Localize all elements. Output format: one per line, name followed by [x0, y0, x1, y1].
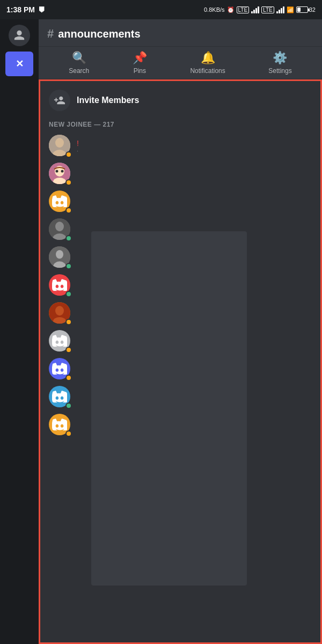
status-bar-left: 1:38 PM ⛊ — [6, 5, 45, 14]
sidebar: ✕ — [0, 19, 39, 644]
alarm-icon: ⏰ — [227, 6, 235, 13]
member-name: ! — [77, 139, 79, 148]
drive-icon: ⛊ — [38, 6, 45, 14]
search-toolbar-item[interactable]: 🔍 Search — [69, 51, 89, 75]
list-item[interactable] — [45, 160, 316, 188]
member-avatar-wrap — [49, 135, 72, 158]
member-info: ! · — [77, 139, 79, 154]
discord-logo-9 — [52, 363, 67, 375]
lte-icon-2: LTE — [261, 6, 274, 13]
wifi-icon: 📶 — [287, 6, 294, 13]
status-dot — [65, 319, 72, 325]
settings-icon: ⚙️ — [273, 51, 287, 65]
svg-point-1 — [55, 138, 64, 148]
member-status: · — [77, 148, 79, 154]
svg-point-7 — [61, 170, 64, 173]
member-avatar-wrap — [49, 218, 72, 242]
battery-display: 32 — [296, 6, 316, 13]
pins-label: Pins — [134, 67, 146, 75]
invite-icon — [49, 90, 70, 111]
app-layout: ✕ # announcements 🔍 Search 📌 Pins 🔔 Noti… — [0, 19, 322, 644]
discord-logo-8 — [52, 335, 67, 347]
status-bar-right: 0.8KB/s ⏰ LTE LTE 📶 32 — [204, 6, 316, 13]
battery-icon — [296, 6, 308, 13]
member-avatar-wrap — [49, 358, 72, 382]
member-avatar-wrap — [49, 414, 72, 437]
notifications-toolbar-item[interactable]: 🔔 Notifications — [190, 51, 225, 75]
status-dot — [65, 151, 72, 158]
search-label: Search — [69, 67, 89, 75]
member-avatar-wrap — [49, 330, 72, 354]
lte-icon: LTE — [237, 6, 250, 13]
member-avatar-wrap — [49, 191, 72, 214]
status-dot — [65, 263, 72, 269]
section-heading: NEW JOINEE — 217 — [40, 118, 320, 133]
profile-icon — [13, 30, 25, 41]
notifications-label: Notifications — [190, 67, 225, 75]
member-avatar-wrap — [49, 163, 72, 186]
main-content: # announcements 🔍 Search 📌 Pins 🔔 Notifi… — [39, 19, 322, 644]
members-panel: Invite Members NEW JOINEE — 217 — [39, 79, 322, 644]
status-dot — [65, 375, 72, 381]
status-dot — [65, 402, 72, 409]
pins-toolbar-item[interactable]: 📌 Pins — [133, 51, 147, 75]
svg-point-12 — [56, 250, 63, 259]
overlay-panel — [91, 231, 247, 586]
close-icon: ✕ — [16, 58, 24, 70]
status-dot — [65, 179, 72, 186]
status-dot — [65, 291, 72, 297]
status-dot — [65, 207, 72, 214]
channel-hash-icon: # — [47, 27, 54, 41]
settings-toolbar-item[interactable]: ⚙️ Settings — [268, 51, 291, 75]
status-bar: 1:38 PM ⛊ 0.8KB/s ⏰ LTE LTE 📶 32 — [0, 0, 322, 19]
user-avatar[interactable] — [9, 25, 30, 46]
status-dot — [65, 430, 72, 437]
invite-text: Invite Members — [77, 96, 139, 105]
settings-label: Settings — [268, 67, 291, 75]
svg-point-9 — [55, 222, 64, 231]
svg-point-6 — [56, 170, 58, 173]
time-display: 1:38 PM — [6, 5, 35, 14]
member-avatar-wrap — [49, 246, 72, 270]
pins-icon: 📌 — [133, 51, 147, 65]
signal-icon-2 — [276, 6, 284, 13]
channel-header: # announcements — [39, 19, 322, 47]
discord-logo-6 — [52, 279, 67, 291]
discord-logo-10 — [52, 391, 67, 402]
member-avatar-wrap — [49, 386, 72, 409]
list-item[interactable]: ! · — [45, 133, 316, 160]
network-speed: 0.8KB/s — [204, 6, 225, 13]
member-avatar-wrap — [49, 274, 72, 298]
close-button[interactable]: ✕ — [5, 52, 33, 76]
battery-percent: 32 — [309, 6, 316, 13]
channel-name: announcements — [58, 28, 140, 40]
search-icon: 🔍 — [72, 51, 86, 65]
discord-logo-11 — [52, 419, 67, 430]
discord-logo-3 — [52, 195, 67, 207]
signal-icon-1 — [251, 6, 259, 13]
toolbar: 🔍 Search 📌 Pins 🔔 Notifications ⚙️ Setti… — [39, 47, 322, 79]
status-dot — [65, 347, 72, 353]
invite-header[interactable]: Invite Members — [40, 81, 320, 118]
svg-point-15 — [55, 306, 64, 316]
notifications-icon: 🔔 — [201, 51, 215, 65]
list-item[interactable] — [45, 188, 316, 216]
member-avatar-wrap — [49, 302, 72, 326]
status-dot — [65, 235, 72, 241]
